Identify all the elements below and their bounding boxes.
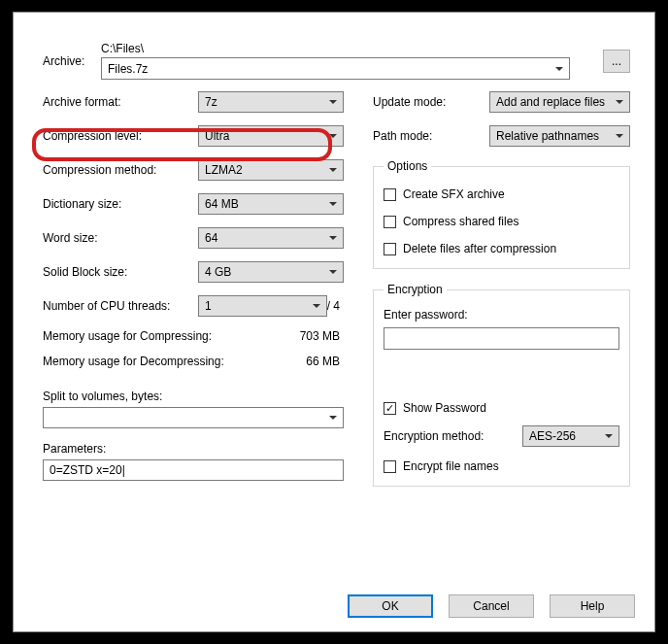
encrypt-names-label: Encrypt file names [403,459,499,473]
archive-format-label: Archive format: [43,95,198,109]
cpu-threads-label: Number of CPU threads: [43,299,198,313]
archive-format-select[interactable]: 7z [198,91,344,113]
options-group: Options Create SFX archive Compress shar… [373,159,630,269]
compression-method-label: Compression method: [43,163,198,177]
right-column: Update mode: Add and replace files Path … [373,91,630,500]
archive-filename-select[interactable]: Files.7z [101,57,570,80]
chevron-down-icon [616,100,623,104]
dictionary-size-label: Dictionary size: [43,197,198,211]
shared-checkbox[interactable] [384,216,396,228]
delete-checkbox[interactable] [384,243,396,255]
encryption-group: Encryption Enter password: Show Password… [373,283,630,487]
enter-password-label: Enter password: [384,308,619,322]
show-password-label: Show Password [403,401,486,415]
split-volumes-label: Split to volumes, bytes: [43,390,344,403]
encryption-legend: Encryption [384,283,447,296]
cpu-threads-total: / 4 [327,299,344,313]
chevron-down-icon [329,236,337,240]
chevron-down-icon [329,134,337,138]
password-input[interactable] [384,327,619,350]
chevron-down-icon [616,134,623,138]
word-size-label: Word size: [43,231,198,245]
compression-level-select[interactable]: Ultra [198,125,344,147]
compression-method-select[interactable]: LZMA2 [198,159,344,181]
word-size-select[interactable]: 64 [198,227,344,249]
dialog-content: Archive: C:\Files\ Files.7z ... Archive … [14,13,654,583]
dialog-window: Archive: C:\Files\ Files.7z ... Archive … [13,12,655,632]
parameters-input[interactable]: 0=ZSTD x=20| [43,459,344,481]
archive-path: C:\Files\ [101,42,593,55]
solid-block-size-label: Solid Block size: [43,265,198,279]
help-button[interactable]: Help [550,594,635,618]
left-column: Archive format: 7z Compression level: Ul… [43,91,344,500]
sfx-checkbox[interactable] [384,188,396,201]
chevron-down-icon [555,67,563,71]
chevron-down-icon [605,434,613,438]
browse-button[interactable]: ... [603,50,630,73]
archive-label: Archive: [43,54,101,68]
cpu-threads-select[interactable]: 1 [198,295,327,317]
mem-compress-value: 703 MB [300,329,344,347]
encryption-method-label: Encryption method: [384,429,522,443]
mem-decompress-label: Memory usage for Decompressing: [43,355,224,372]
split-volumes-select[interactable] [43,407,344,428]
cancel-button[interactable]: Cancel [449,594,534,618]
button-bar: OK Cancel Help [348,594,635,618]
update-mode-label: Update mode: [373,95,489,109]
chevron-down-icon [329,202,337,206]
ok-button[interactable]: OK [348,594,433,618]
encrypt-names-checkbox[interactable] [384,460,396,473]
shared-label: Compress shared files [403,215,518,228]
compression-level-label: Compression level: [43,129,198,143]
sfx-label: Create SFX archive [403,187,505,201]
chevron-down-icon [329,416,337,420]
mem-decompress-value: 66 MB [306,355,344,372]
chevron-down-icon [313,304,320,308]
archive-filename: Files.7z [108,62,148,76]
delete-label: Delete files after compression [403,242,556,255]
mem-compress-label: Memory usage for Compressing: [43,329,212,347]
update-mode-select[interactable]: Add and replace files [489,91,630,113]
chevron-down-icon [329,100,337,104]
dictionary-size-select[interactable]: 64 MB [198,193,344,215]
show-password-checkbox[interactable] [384,402,396,415]
path-mode-label: Path mode: [373,129,489,143]
parameters-label: Parameters: [43,442,344,456]
solid-block-size-select[interactable]: 4 GB [198,261,344,283]
encryption-method-select[interactable]: AES-256 [522,425,619,447]
options-legend: Options [384,159,431,173]
path-mode-select[interactable]: Relative pathnames [489,125,630,147]
chevron-down-icon [329,168,337,172]
chevron-down-icon [329,270,337,274]
